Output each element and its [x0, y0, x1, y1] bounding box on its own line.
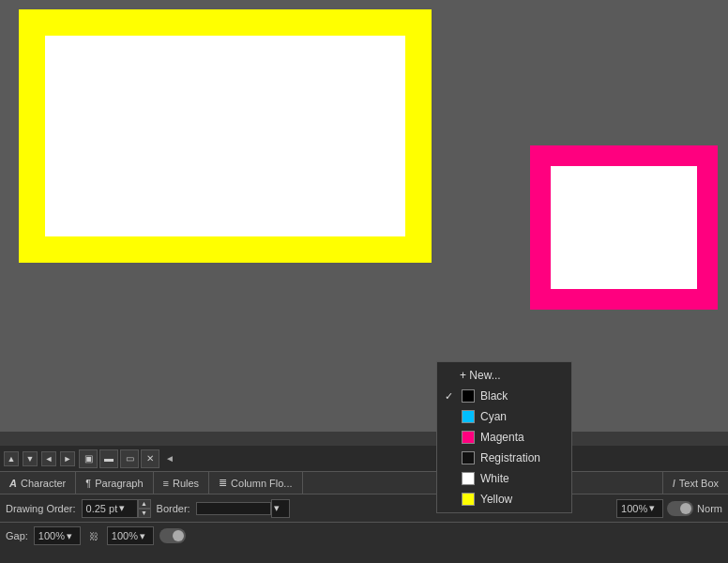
border-dropdown-icon: ▾	[274, 502, 280, 514]
rules-label: Rules	[173, 478, 199, 489]
percent-value-1: 100%	[621, 503, 647, 514]
spin-up-btn[interactable]: ▲	[138, 499, 151, 509]
swatch-registration	[462, 451, 475, 464]
dropdown-item-black[interactable]: ✓ Black	[437, 386, 571, 406]
border-color-bar[interactable]	[196, 502, 271, 515]
color-dropdown-menu: + New... ✓ Black Cyan Magenta Registrati…	[436, 361, 572, 513]
textbox-icon: I	[673, 478, 675, 489]
collapse-arrow-icon[interactable]: ◄	[165, 453, 174, 464]
border-color-select[interactable]: ▾	[271, 499, 290, 518]
panel-icon-1[interactable]: ▣	[79, 449, 98, 468]
panel-icon-3[interactable]: ▭	[120, 449, 139, 468]
dropdown-item-white[interactable]: White	[437, 468, 571, 489]
magenta-bordered-box	[530, 145, 718, 310]
gap-percent-input-2[interactable]: 100% ▾	[107, 526, 154, 545]
gap-label: Gap:	[6, 530, 28, 541]
tab-nav-next[interactable]: ▼	[23, 451, 38, 466]
rules-icon: ≡	[163, 478, 169, 489]
toggle-switch-2[interactable]	[159, 528, 186, 543]
panel-icon-4[interactable]: ✕	[141, 449, 159, 468]
panel-paragraph[interactable]: ¶ Paragraph	[76, 472, 153, 494]
drawing-order-spinner: ▲ ▼	[138, 499, 151, 518]
toolbar-gap-row: Gap: 100% ▾ ⛓ 100% ▾	[0, 523, 728, 549]
drawing-order-select[interactable]: 0.25 pt ▾	[82, 499, 138, 518]
drawing-order-label: Drawing Order:	[6, 503, 76, 514]
dropdown-item-registration[interactable]: Registration	[437, 448, 571, 468]
border-label: Border:	[157, 503, 190, 514]
label-yellow: Yellow	[480, 493, 512, 506]
swatch-cyan	[462, 410, 475, 423]
panel-column-flow[interactable]: ≣ Column Flo...	[209, 472, 302, 494]
canvas-area: + New... ✓ Black Cyan Magenta Registrati…	[0, 0, 728, 432]
toolbar-tab-row: ▲ ▼ ◄ ► ▣ ▬ ▭ ✕ ◄	[0, 446, 728, 472]
swatch-white	[462, 472, 475, 485]
panel-icon-2[interactable]: ▬	[99, 449, 118, 468]
tab-nav-left[interactable]: ◄	[41, 451, 56, 466]
panel-rules[interactable]: ≡ Rules	[154, 472, 210, 494]
drawing-order-value: 0.25 pt	[86, 503, 118, 514]
percent-input-1[interactable]: 100% ▾	[616, 499, 663, 518]
toggle-switch[interactable]	[667, 501, 693, 516]
panel-textbox[interactable]: I Text Box	[662, 472, 728, 494]
column-label: Column Flo...	[231, 478, 292, 489]
swatch-black	[462, 389, 475, 403]
bottom-toolbar: ▲ ▼ ◄ ► ▣ ▬ ▭ ✕ ◄ A Character ¶ Paragrap…	[0, 446, 728, 563]
percent-dropdown-icon-1: ▾	[649, 502, 655, 514]
yellow-bordered-box	[19, 9, 432, 263]
chain-link-icon[interactable]: ⛓	[86, 528, 101, 543]
tab-nav-right[interactable]: ►	[60, 451, 75, 466]
gap-percent-value: 100%	[38, 530, 65, 541]
dropdown-item-new[interactable]: + New...	[437, 365, 571, 386]
label-white: White	[480, 472, 509, 485]
gap-dropdown-icon: ▾	[67, 530, 72, 542]
tab-nav-prev[interactable]: ▲	[4, 451, 19, 466]
dropdown-item-magenta[interactable]: Magenta	[437, 427, 571, 448]
gap-percent-value-2: 100%	[112, 530, 138, 541]
norm-label: Norm	[697, 503, 722, 514]
label-cyan: Cyan	[480, 410, 507, 423]
swatch-yellow	[462, 493, 475, 506]
panel-character[interactable]: A Character	[0, 472, 76, 494]
dropdown-item-cyan[interactable]: Cyan	[437, 406, 571, 427]
label-registration: Registration	[480, 451, 540, 464]
textbox-label: Text Box	[679, 478, 719, 489]
gap-percent-input[interactable]: 100% ▾	[34, 526, 81, 545]
column-icon: ≣	[219, 477, 227, 489]
toolbar-panel-labels: A Character ¶ Paragraph ≡ Rules ≣ Column…	[0, 472, 728, 495]
label-magenta: Magenta	[480, 431, 524, 444]
swatch-magenta	[462, 431, 475, 444]
character-label: Character	[21, 478, 66, 489]
new-item-label: + New...	[460, 369, 501, 382]
drawing-order-dropdown-icon: ▾	[119, 502, 125, 514]
paragraph-icon: ¶	[85, 478, 91, 489]
dropdown-item-yellow[interactable]: Yellow	[437, 489, 571, 510]
label-black: Black	[480, 389, 508, 403]
spin-down-btn[interactable]: ▼	[138, 509, 151, 518]
gap-dropdown-icon-2: ▾	[140, 530, 145, 542]
check-mark-black: ✓	[445, 390, 456, 403]
paragraph-label: Paragraph	[95, 478, 143, 489]
toolbar-drawing-controls: Drawing Order: 0.25 pt ▾ ▲ ▼ Border: ▾ 1…	[0, 495, 728, 523]
character-icon: A	[9, 478, 17, 489]
